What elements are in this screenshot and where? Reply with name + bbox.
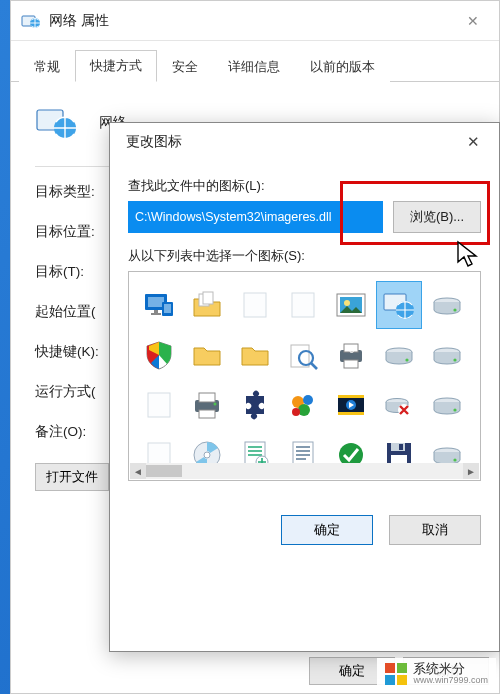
icon-puzzle[interactable] xyxy=(233,382,277,428)
svg-point-35 xyxy=(214,403,217,406)
svg-point-37 xyxy=(303,395,313,405)
svg-text:⚙: ⚙ xyxy=(349,348,354,354)
dialog-titlebar: 更改图标 ✕ xyxy=(110,123,499,161)
tab-shortcut[interactable]: 快捷方式 xyxy=(75,50,157,82)
svg-point-20 xyxy=(453,308,456,311)
dialog-close-button[interactable]: ✕ xyxy=(453,128,493,156)
tab-security[interactable]: 安全 xyxy=(157,51,213,82)
svg-point-30 xyxy=(453,358,456,361)
icon-hdd[interactable] xyxy=(425,332,469,378)
svg-rect-42 xyxy=(338,412,364,415)
icon-desktop[interactable] xyxy=(137,282,181,328)
icon-folder-docs[interactable] xyxy=(185,282,229,328)
dialog-footer: 确定 取消 xyxy=(110,497,499,561)
dialog-cancel-button[interactable]: 取消 xyxy=(389,515,481,545)
label-target: 目标(T): xyxy=(35,263,113,281)
svg-rect-41 xyxy=(338,395,364,398)
svg-rect-13 xyxy=(292,293,314,317)
icon-grid: ⚙ xyxy=(137,282,478,478)
open-file-button[interactable]: 打开文件 xyxy=(35,463,109,491)
icon-list: ⚙ ◄ ► xyxy=(128,271,481,481)
scroll-right-arrow[interactable]: ► xyxy=(463,463,479,479)
svg-rect-11 xyxy=(203,292,213,304)
path-label: 查找此文件中的图标(L): xyxy=(128,177,481,195)
icon-network-globe[interactable] xyxy=(377,282,421,328)
svg-rect-34 xyxy=(199,410,215,418)
icon-shield[interactable] xyxy=(137,332,181,378)
icon-splash[interactable] xyxy=(281,382,325,428)
select-label: 从以下列表中选择一个图标(S): xyxy=(128,247,481,265)
icon-hdd[interactable] xyxy=(425,382,469,428)
tab-strip: 常规 快捷方式 安全 详细信息 以前的版本 xyxy=(11,41,499,82)
icon-hdd[interactable] xyxy=(425,282,469,328)
svg-rect-31 xyxy=(148,393,170,417)
svg-rect-33 xyxy=(199,393,215,402)
svg-rect-6 xyxy=(154,310,158,313)
svg-point-39 xyxy=(292,408,300,416)
svg-point-50 xyxy=(204,452,210,458)
icon-folder[interactable] xyxy=(185,332,229,378)
watermark-title: 系统米分 xyxy=(413,662,488,676)
label-target-loc: 目标位置: xyxy=(35,223,113,241)
svg-rect-12 xyxy=(244,293,266,317)
icon-printer[interactable] xyxy=(185,382,229,428)
svg-point-47 xyxy=(453,408,456,411)
icon-picture[interactable] xyxy=(329,282,373,328)
svg-point-28 xyxy=(405,358,408,361)
label-target-type: 目标类型: xyxy=(35,183,113,201)
icon-printer-settings[interactable]: ⚙ xyxy=(329,332,373,378)
watermark-url: www.win7999.com xyxy=(413,676,488,686)
icon-blank[interactable] xyxy=(137,382,181,428)
icon-path-input[interactable] xyxy=(128,201,383,233)
app-icon xyxy=(35,102,77,144)
watermark: 系统米分 www.win7999.com xyxy=(377,658,496,690)
scroll-track[interactable] xyxy=(146,463,463,479)
svg-rect-5 xyxy=(148,297,164,307)
dialog-ok-button[interactable]: 确定 xyxy=(281,515,373,545)
window-title: 网络 属性 xyxy=(49,12,451,30)
tab-previous[interactable]: 以前的版本 xyxy=(295,51,390,82)
change-icon-dialog: 更改图标 ✕ 查找此文件中的图标(L): 浏览(B)... 从以下列表中选择一个… xyxy=(109,122,500,652)
icon-hdd-delete[interactable] xyxy=(377,382,421,428)
scroll-left-arrow[interactable]: ◄ xyxy=(130,463,146,479)
h-scrollbar[interactable]: ◄ ► xyxy=(130,463,479,479)
browse-button[interactable]: 浏览(B)... xyxy=(393,201,481,233)
svg-rect-7 xyxy=(151,313,161,315)
label-run: 运行方式( xyxy=(35,383,113,401)
properties-titlebar: 网络 属性 ✕ xyxy=(11,1,499,41)
tab-details[interactable]: 详细信息 xyxy=(213,51,295,82)
svg-rect-58 xyxy=(399,444,403,450)
svg-point-16 xyxy=(344,300,350,306)
window-close-button[interactable]: ✕ xyxy=(451,7,495,35)
icon-folder[interactable] xyxy=(233,332,277,378)
label-shortcut-key: 快捷键(K): xyxy=(35,343,113,361)
svg-rect-9 xyxy=(164,304,171,313)
path-row: 浏览(B)... xyxy=(128,201,481,233)
watermark-logo-icon xyxy=(385,663,407,685)
svg-point-60 xyxy=(453,458,456,461)
icon-blank[interactable] xyxy=(233,282,277,328)
tab-general[interactable]: 常规 xyxy=(19,51,75,82)
dialog-body: 查找此文件中的图标(L): 浏览(B)... 从以下列表中选择一个图标(S): … xyxy=(110,161,499,497)
svg-rect-25 xyxy=(344,360,358,368)
network-icon xyxy=(21,11,41,31)
scroll-thumb[interactable] xyxy=(146,465,182,477)
label-start-in: 起始位置( xyxy=(35,303,113,321)
icon-magnifier[interactable] xyxy=(281,332,325,378)
icon-video[interactable] xyxy=(329,382,373,428)
icon-blank[interactable] xyxy=(281,282,325,328)
dialog-title: 更改图标 xyxy=(126,133,453,151)
svg-point-38 xyxy=(298,404,310,416)
icon-hdd[interactable] xyxy=(377,332,421,378)
label-comment: 备注(O): xyxy=(35,423,113,441)
